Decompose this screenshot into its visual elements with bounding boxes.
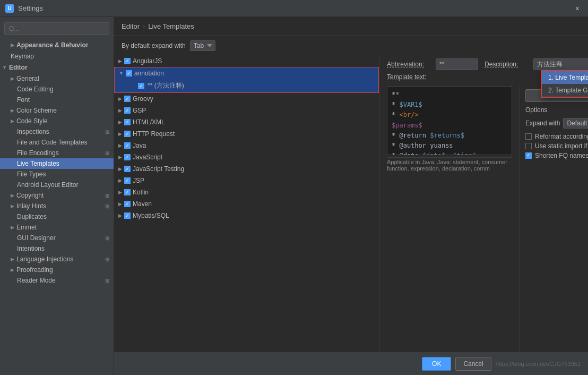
group-label: GSP xyxy=(133,107,146,114)
badge-icon: ⊞ xyxy=(105,257,109,262)
checkbox-angularjs[interactable] xyxy=(124,58,131,64)
template-group-javascript-testing[interactable]: ▶ JavaScript Testing xyxy=(114,163,379,175)
description-label: Description: xyxy=(485,61,527,68)
group-label: Maven xyxy=(133,200,152,208)
template-group-java[interactable]: ▶ Java xyxy=(114,140,379,151)
checkbox-static-import-row[interactable]: Use static import if possible xyxy=(525,142,588,150)
template-group-html-xml[interactable]: ▶ HTML/XML xyxy=(114,116,379,128)
sidebar-item-file-code-templates[interactable]: File and Code Templates xyxy=(0,137,114,148)
sidebar-item-intentions[interactable]: Intentions xyxy=(0,243,114,254)
template-group-angularjs[interactable]: ▶ AngularJS xyxy=(114,55,379,67)
sidebar-item-label: Android Layout Editor xyxy=(17,181,78,189)
popup-menu-item-template-group[interactable]: 2. Template Group... xyxy=(542,84,588,97)
template-group-annotation[interactable]: ▼ annotation xyxy=(115,67,378,79)
checkbox-javascript[interactable] xyxy=(124,154,131,160)
checkbox-annot-item[interactable] xyxy=(138,83,144,89)
sidebar-item-label: Intentions xyxy=(17,245,45,252)
sidebar-item-file-encodings[interactable]: File Encodings ⊞ xyxy=(0,148,114,158)
dialog-title: Settings xyxy=(18,4,43,12)
sidebar-item-live-templates[interactable]: Live Templates xyxy=(0,158,114,169)
checkbox-html-xml[interactable] xyxy=(124,119,131,125)
template-group-maven[interactable]: ▶ Maven xyxy=(114,198,379,210)
sidebar-item-inspections[interactable]: Inspections ⊞ xyxy=(0,126,114,137)
checkbox-gsp[interactable] xyxy=(124,107,131,114)
template-group-annotation-container: ▼ annotation ** (方法注释) xyxy=(114,67,379,93)
template-group-mybatis[interactable]: ▶ Mybatis/SQL xyxy=(114,210,379,221)
checkbox-reformat-row[interactable]: Reformat according to style xyxy=(525,133,588,140)
sidebar-item-label: File Types xyxy=(17,171,46,178)
checkbox-mybatis[interactable] xyxy=(124,212,131,219)
expand-with-select-options[interactable]: Default (Tab) xyxy=(563,118,588,129)
sidebar-item-android-layout[interactable]: Android Layout Editor xyxy=(0,180,114,190)
sidebar-item-appearance[interactable]: ▶ Appearance & Behavior xyxy=(0,39,114,51)
sidebar-item-reader-mode[interactable]: Reader Mode ⊞ xyxy=(0,275,114,286)
template-group-http-request[interactable]: ▶ HTTP Request xyxy=(114,128,379,140)
search-input[interactable] xyxy=(4,22,109,35)
breadcrumb-editor: Editor xyxy=(122,22,140,30)
popup-menu-item-live-template[interactable]: 1. Live Template xyxy=(542,71,588,84)
checkbox-groovy[interactable] xyxy=(124,96,131,102)
abbreviation-row: Abbreviation: Description: xyxy=(387,58,588,70)
sidebar-item-code-editing[interactable]: Code Editing xyxy=(0,84,114,95)
checkbox-js-testing[interactable] xyxy=(124,166,131,172)
sidebar-item-code-style[interactable]: ▶ Code Style xyxy=(0,116,114,126)
sidebar-item-label: Code Editing xyxy=(17,86,54,93)
checkbox-java[interactable] xyxy=(124,142,131,149)
cancel-button[interactable]: Cancel xyxy=(455,357,491,371)
description-input[interactable] xyxy=(533,58,588,70)
sidebar-item-general[interactable]: ▶ General xyxy=(0,73,114,84)
te-line-3: * <br/> xyxy=(392,110,507,120)
checkbox-reformat[interactable] xyxy=(525,133,532,140)
checkbox-maven[interactable] xyxy=(124,201,131,207)
arrow-down-icon: ▼ xyxy=(119,71,124,76)
sidebar-item-label: Duplicates xyxy=(17,213,47,220)
group-label: Groovy xyxy=(133,95,153,103)
content-area: Editor › Live Templates By default expan… xyxy=(114,17,588,375)
sidebar-item-language-injections[interactable]: ▶ Language Injections ⊞ xyxy=(0,254,114,265)
template-group-jsp[interactable]: ▶ JSP xyxy=(114,175,379,186)
checkbox-shorten-fq[interactable] xyxy=(525,152,532,159)
te-line-5: * @return $returns$ xyxy=(392,131,507,141)
sidebar-item-duplicates[interactable]: Duplicates xyxy=(0,211,114,222)
checkbox-http-request[interactable] xyxy=(124,131,131,137)
sidebar-item-label: Proofreading xyxy=(16,266,53,274)
sidebar-item-color-scheme[interactable]: ▶ Color Scheme xyxy=(0,105,114,116)
sidebar-item-label: Inspections xyxy=(17,128,49,135)
abbreviation-input[interactable] xyxy=(436,58,478,70)
checkbox-kotlin[interactable] xyxy=(124,189,131,195)
sidebar-item-copyright[interactable]: ▶ Copyright ⊞ xyxy=(0,190,114,201)
te-line-1: ** xyxy=(392,90,507,100)
sidebar-item-file-types[interactable]: File Types xyxy=(0,169,114,180)
template-group-groovy[interactable]: ▶ Groovy xyxy=(114,93,379,105)
sidebar-item-font[interactable]: Font xyxy=(0,95,114,105)
checkbox-jsp[interactable] xyxy=(124,177,131,184)
sidebar-item-editor[interactable]: ▼ Editor xyxy=(0,62,114,73)
template-group-gsp[interactable]: ▶ GSP xyxy=(114,105,379,116)
sidebar-item-proofreading[interactable]: ▶ Proofreading xyxy=(0,265,114,275)
sidebar-item-gui-designer[interactable]: GUI Designer ⊞ xyxy=(0,233,114,243)
sidebar-item-label: Font xyxy=(17,96,30,104)
te-line-4: $params$ xyxy=(392,121,507,131)
bottom-buttons: OK Cancel https://blog.csdn.net/CJG75395… xyxy=(114,352,588,375)
sidebar-item-inlay-hints[interactable]: ▶ Inlay Hints ⊞ xyxy=(0,201,114,211)
arrow-icon: ▶ xyxy=(118,58,122,64)
popup-menu: 1. Live Template 2. Template Group... xyxy=(541,70,588,98)
ok-button[interactable]: OK xyxy=(422,357,451,371)
checkbox-static-import[interactable] xyxy=(525,143,532,149)
sidebar-item-label: Inlay Hints xyxy=(16,202,46,210)
arrow-icon: ▶ xyxy=(118,178,122,183)
close-button[interactable]: × xyxy=(572,3,583,14)
split-pane: ▶ AngularJS ▼ annotation ** (方法注释) xyxy=(114,55,588,352)
template-editor[interactable]: ** * $VAR1$ * <br/> $params$ * @return $… xyxy=(387,86,512,155)
abbreviation-label: Abbreviation: xyxy=(387,61,429,68)
checkbox-shorten-fq-row[interactable]: Shorten FQ names xyxy=(525,152,588,159)
sidebar-item-emmet[interactable]: ▶ Emmet xyxy=(0,222,114,233)
template-item-label: ** (方法注释) xyxy=(148,81,184,90)
checkbox-annotation[interactable] xyxy=(126,70,132,76)
expand-with-select[interactable]: Tab xyxy=(190,40,215,51)
template-group-javascript[interactable]: ▶ JavaScript xyxy=(114,151,379,163)
template-item-annotation[interactable]: ** (方法注释) xyxy=(115,79,378,92)
template-group-kotlin[interactable]: ▶ Kotlin xyxy=(114,186,379,198)
sidebar-item-keymap[interactable]: Keymap xyxy=(0,51,114,62)
arrow-down-icon: ▼ xyxy=(2,65,7,70)
